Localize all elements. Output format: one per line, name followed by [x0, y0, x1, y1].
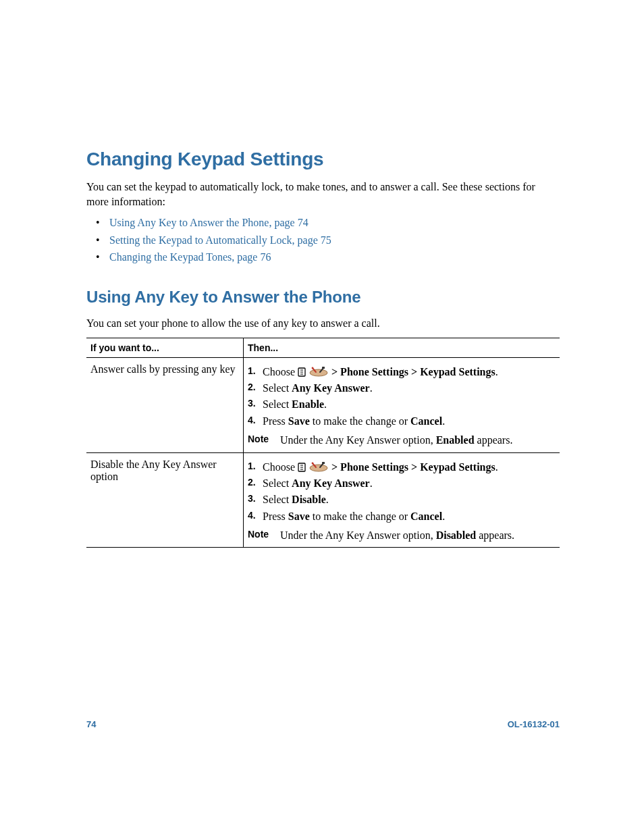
bold-text: Disabled — [436, 529, 477, 541]
bold-path: > Phone Settings > Keypad Settings — [331, 461, 495, 473]
svg-rect-6 — [322, 367, 325, 369]
text: . — [326, 494, 329, 505]
svg-rect-13 — [322, 462, 325, 464]
text: Under the Any Key Answer option, — [280, 529, 436, 541]
page-number: 74 — [86, 719, 96, 729]
step: 4. Press Save to make the change or Canc… — [248, 414, 556, 429]
text: Select — [263, 477, 292, 489]
step-text: Select Any Key Answer. — [263, 476, 556, 491]
text: Select — [263, 382, 292, 394]
text: appears. — [476, 529, 514, 541]
text: . — [495, 461, 498, 473]
want-cell: Answer calls by pressing any key — [86, 357, 244, 452]
link-auto-lock[interactable]: Setting the Keypad to Automatically Lock… — [109, 234, 331, 246]
step-number: 3. — [248, 397, 263, 411]
text: Press — [263, 511, 288, 522]
note-label: Note — [248, 433, 280, 446]
note-text: Under the Any Key Answer option, Enabled… — [280, 433, 556, 448]
text: to make the change or — [310, 415, 410, 427]
text: Select — [263, 494, 292, 505]
text: Choose — [263, 461, 298, 473]
list-item: Changing the Keypad Tones, page 76 — [100, 250, 560, 265]
heading-any-key-answer: Using Any Key to Answer the Phone — [86, 288, 560, 307]
bold-path: > Phone Settings > Keypad Settings — [331, 366, 495, 377]
text: Press — [263, 415, 288, 427]
note-label: Note — [248, 528, 280, 542]
then-cell: 1. Choose > Phone Settings > Keypad Sett… — [244, 357, 560, 452]
section-intro: You can set your phone to allow the use … — [86, 316, 560, 331]
svg-point-12 — [312, 462, 314, 464]
svg-point-11 — [310, 465, 327, 471]
step: 2. Select Any Key Answer. — [248, 476, 556, 491]
want-cell: Disable the Any Key Answer option — [86, 452, 244, 548]
step: 3. Select Disable. — [248, 492, 556, 507]
step: 1. Choose > Phone Settings > Keypad Sett… — [248, 460, 556, 475]
table-row: Answer calls by pressing any key 1. Choo… — [86, 357, 560, 452]
text: Select — [263, 398, 292, 410]
link-any-key-answer[interactable]: Using Any Key to Answer the Phone, page … — [109, 217, 308, 228]
bold-text: Save — [288, 415, 310, 427]
step-text: Press Save to make the change or Cancel. — [263, 414, 556, 429]
step-number: 2. — [248, 476, 263, 490]
step: 1. Choose > Phone Settings > Keypad Sett… — [248, 365, 556, 380]
bold-text: Cancel — [410, 415, 442, 427]
step-number: 4. — [248, 509, 263, 523]
step-text: Select Any Key Answer. — [263, 381, 556, 396]
bold-text: Enabled — [436, 434, 475, 446]
step-number: 1. — [248, 365, 263, 378]
text: . — [495, 366, 498, 377]
tools-icon — [308, 461, 329, 472]
list-item: Setting the Keypad to Automatically Lock… — [100, 233, 560, 248]
text: . — [370, 477, 373, 489]
table-header-then: Then... — [244, 338, 560, 357]
settings-key-icon — [298, 367, 306, 377]
then-cell: 1. Choose > Phone Settings > Keypad Sett… — [244, 452, 560, 548]
note: Note Under the Any Key Answer option, En… — [248, 433, 556, 448]
text: appears. — [475, 434, 513, 446]
step: 3. Select Enable. — [248, 397, 556, 412]
bold-text: Save — [288, 511, 310, 522]
svg-point-4 — [310, 369, 327, 376]
note-text: Under the Any Key Answer option, Disable… — [280, 528, 556, 543]
step-text: Choose > Phone Settings > Keypad Setting… — [263, 460, 556, 475]
task-table: If you want to... Then... Answer calls b… — [86, 338, 560, 548]
page: Changing Keypad Settings You can set the… — [0, 0, 644, 834]
step-text: Select Disable. — [263, 492, 556, 507]
step-text: Select Enable. — [263, 397, 556, 412]
bold-text: Enable — [292, 398, 324, 410]
text: . — [442, 511, 445, 522]
bold-text: Cancel — [410, 511, 442, 522]
text: . — [370, 382, 373, 394]
text: to make the change or — [310, 511, 410, 522]
tools-icon — [308, 366, 329, 377]
page-footer: 74 OL-16132-01 — [86, 719, 560, 729]
table-header-want: If you want to... — [86, 338, 244, 357]
step-text: Choose > Phone Settings > Keypad Setting… — [263, 365, 556, 380]
text: Choose — [263, 366, 298, 377]
step-number: 1. — [248, 460, 263, 473]
list-item: Using Any Key to Answer the Phone, page … — [100, 215, 560, 230]
text: . — [324, 398, 327, 410]
svg-point-5 — [312, 367, 314, 369]
table-row: Disable the Any Key Answer option 1. Cho… — [86, 452, 560, 548]
text: Under the Any Key Answer option, — [280, 434, 436, 446]
doc-id: OL-16132-01 — [508, 719, 560, 729]
step-text: Press Save to make the change or Cancel. — [263, 509, 556, 524]
bold-text: Disable — [292, 494, 326, 505]
settings-key-icon — [298, 463, 306, 472]
heading-changing-keypad-settings: Changing Keypad Settings — [86, 149, 560, 170]
step-number: 2. — [248, 381, 263, 394]
intro-paragraph: You can set the keypad to automatically … — [86, 180, 560, 209]
note: Note Under the Any Key Answer option, Di… — [248, 528, 556, 543]
step-number: 3. — [248, 492, 263, 506]
step: 2. Select Any Key Answer. — [248, 381, 556, 396]
section-links-list: Using Any Key to Answer the Phone, page … — [86, 215, 560, 265]
step: 4. Press Save to make the change or Canc… — [248, 509, 556, 524]
link-keypad-tones[interactable]: Changing the Keypad Tones, page 76 — [109, 251, 271, 263]
step-number: 4. — [248, 414, 263, 427]
bold-text: Any Key Answer — [292, 382, 370, 394]
bold-text: Any Key Answer — [292, 477, 370, 489]
text: . — [442, 415, 445, 427]
